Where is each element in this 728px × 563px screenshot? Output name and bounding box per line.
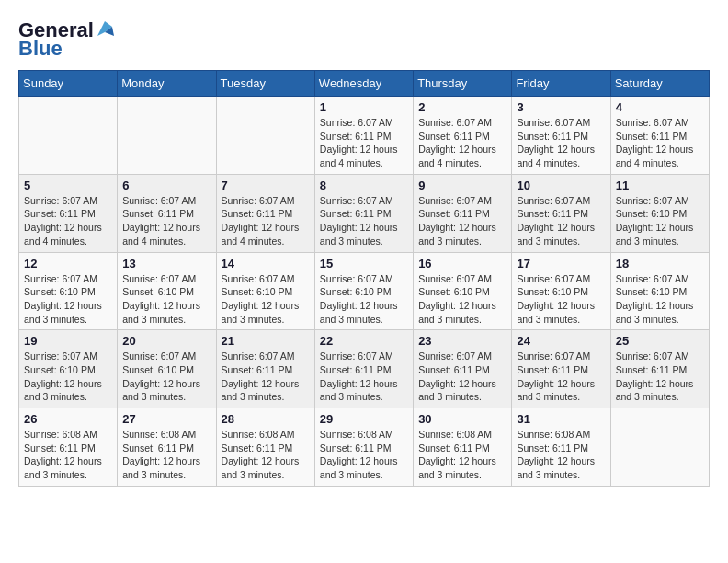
- day-number: 25: [616, 334, 704, 348]
- day-info: Sunrise: 6:07 AMSunset: 6:11 PMDaylight:…: [320, 194, 408, 248]
- calendar-header-monday: Monday: [118, 71, 216, 97]
- calendar-day-cell: 1Sunrise: 6:07 AMSunset: 6:11 PMDaylight…: [314, 97, 413, 175]
- day-info: Sunrise: 6:07 AMSunset: 6:11 PMDaylight:…: [616, 350, 704, 404]
- day-info: Sunrise: 6:07 AMSunset: 6:10 PMDaylight:…: [122, 350, 210, 404]
- day-number: 16: [418, 257, 506, 270]
- day-info: Sunrise: 6:07 AMSunset: 6:11 PMDaylight:…: [517, 194, 605, 248]
- day-info: Sunrise: 6:07 AMSunset: 6:10 PMDaylight:…: [616, 194, 704, 248]
- calendar-day-cell: 9Sunrise: 6:07 AMSunset: 6:11 PMDaylight…: [414, 174, 512, 252]
- calendar-day-cell: 16Sunrise: 6:07 AMSunset: 6:10 PMDayligh…: [414, 252, 512, 330]
- day-number: 31: [517, 412, 605, 426]
- calendar-header-sunday: Sunday: [19, 71, 118, 97]
- day-number: 9: [418, 178, 506, 192]
- calendar-day-cell: 31Sunrise: 6:08 AMSunset: 6:11 PMDayligh…: [512, 408, 610, 487]
- logo: General Blue: [18, 18, 114, 61]
- calendar-day-cell: 24Sunrise: 6:07 AMSunset: 6:11 PMDayligh…: [512, 330, 610, 408]
- day-number: 6: [122, 178, 210, 192]
- calendar-day-cell: 30Sunrise: 6:08 AMSunset: 6:11 PMDayligh…: [414, 408, 512, 487]
- calendar-week-row: 12Sunrise: 6:07 AMSunset: 6:10 PMDayligh…: [19, 252, 710, 330]
- day-number: 15: [320, 257, 408, 270]
- calendar-day-cell: 25Sunrise: 6:07 AMSunset: 6:11 PMDayligh…: [610, 330, 709, 408]
- day-info: Sunrise: 6:08 AMSunset: 6:11 PMDaylight:…: [222, 428, 310, 482]
- day-info: Sunrise: 6:07 AMSunset: 6:10 PMDaylight:…: [517, 272, 605, 327]
- calendar-day-cell: 23Sunrise: 6:07 AMSunset: 6:11 PMDayligh…: [414, 330, 512, 408]
- calendar-header-friday: Friday: [512, 71, 610, 97]
- day-info: Sunrise: 6:07 AMSunset: 6:11 PMDaylight:…: [517, 350, 605, 404]
- calendar-header-row: SundayMondayTuesdayWednesdayThursdayFrid…: [19, 71, 710, 97]
- calendar-day-cell: 20Sunrise: 6:07 AMSunset: 6:10 PMDayligh…: [118, 330, 216, 408]
- day-number: 21: [222, 334, 310, 348]
- day-number: 24: [517, 334, 605, 348]
- day-number: 8: [320, 178, 408, 192]
- day-number: 12: [24, 257, 112, 270]
- day-number: 23: [418, 334, 506, 348]
- calendar-day-cell: 18Sunrise: 6:07 AMSunset: 6:10 PMDayligh…: [610, 252, 709, 330]
- day-info: Sunrise: 6:07 AMSunset: 6:11 PMDaylight:…: [122, 194, 210, 248]
- day-number: 13: [122, 257, 210, 270]
- calendar-day-cell: 11Sunrise: 6:07 AMSunset: 6:10 PMDayligh…: [610, 174, 709, 252]
- day-info: Sunrise: 6:07 AMSunset: 6:10 PMDaylight:…: [418, 272, 506, 327]
- day-info: Sunrise: 6:07 AMSunset: 6:11 PMDaylight:…: [418, 350, 506, 404]
- calendar-day-cell: 6Sunrise: 6:07 AMSunset: 6:11 PMDaylight…: [118, 174, 216, 252]
- day-info: Sunrise: 6:07 AMSunset: 6:11 PMDaylight:…: [222, 350, 310, 404]
- day-number: 4: [616, 100, 704, 114]
- day-number: 5: [24, 178, 112, 192]
- day-info: Sunrise: 6:08 AMSunset: 6:11 PMDaylight:…: [122, 428, 210, 482]
- day-number: 18: [616, 257, 704, 270]
- calendar-week-row: 1Sunrise: 6:07 AMSunset: 6:11 PMDaylight…: [19, 97, 710, 175]
- calendar-day-cell: 4Sunrise: 6:07 AMSunset: 6:11 PMDaylight…: [610, 97, 709, 175]
- day-info: Sunrise: 6:07 AMSunset: 6:11 PMDaylight:…: [320, 350, 408, 404]
- day-info: Sunrise: 6:07 AMSunset: 6:11 PMDaylight:…: [418, 194, 506, 248]
- day-number: 19: [24, 334, 112, 348]
- calendar-day-cell: 26Sunrise: 6:08 AMSunset: 6:11 PMDayligh…: [19, 408, 118, 487]
- calendar-day-cell: 8Sunrise: 6:07 AMSunset: 6:11 PMDaylight…: [314, 174, 413, 252]
- calendar-day-cell: 3Sunrise: 6:07 AMSunset: 6:11 PMDaylight…: [512, 97, 610, 175]
- day-info: Sunrise: 6:07 AMSunset: 6:10 PMDaylight:…: [616, 272, 704, 327]
- day-info: Sunrise: 6:07 AMSunset: 6:10 PMDaylight:…: [24, 350, 112, 404]
- calendar-day-cell: [19, 97, 118, 175]
- day-number: 17: [517, 257, 605, 270]
- calendar-day-cell: 29Sunrise: 6:08 AMSunset: 6:11 PMDayligh…: [314, 408, 413, 487]
- day-info: Sunrise: 6:07 AMSunset: 6:11 PMDaylight:…: [320, 116, 408, 170]
- day-info: Sunrise: 6:08 AMSunset: 6:11 PMDaylight:…: [320, 428, 408, 482]
- calendar-day-cell: 7Sunrise: 6:07 AMSunset: 6:11 PMDaylight…: [216, 174, 314, 252]
- day-number: 2: [418, 100, 506, 114]
- calendar-header-thursday: Thursday: [414, 71, 512, 97]
- day-number: 11: [616, 178, 704, 192]
- day-number: 29: [320, 412, 408, 426]
- logo-wing-icon: [96, 19, 114, 38]
- day-info: Sunrise: 6:07 AMSunset: 6:10 PMDaylight:…: [24, 272, 112, 327]
- day-info: Sunrise: 6:07 AMSunset: 6:10 PMDaylight:…: [122, 272, 210, 327]
- calendar-day-cell: [610, 408, 709, 487]
- day-info: Sunrise: 6:07 AMSunset: 6:11 PMDaylight:…: [517, 116, 605, 170]
- calendar-day-cell: 22Sunrise: 6:07 AMSunset: 6:11 PMDayligh…: [314, 330, 413, 408]
- day-number: 7: [222, 178, 310, 192]
- calendar-day-cell: 27Sunrise: 6:08 AMSunset: 6:11 PMDayligh…: [118, 408, 216, 487]
- calendar-week-row: 19Sunrise: 6:07 AMSunset: 6:10 PMDayligh…: [19, 330, 710, 408]
- calendar-body: 1Sunrise: 6:07 AMSunset: 6:11 PMDaylight…: [19, 97, 710, 487]
- day-info: Sunrise: 6:07 AMSunset: 6:11 PMDaylight:…: [222, 194, 310, 248]
- calendar-day-cell: 21Sunrise: 6:07 AMSunset: 6:11 PMDayligh…: [216, 330, 314, 408]
- day-number: 14: [222, 257, 310, 270]
- day-number: 28: [222, 412, 310, 426]
- day-number: 1: [320, 100, 408, 114]
- day-number: 26: [24, 412, 112, 426]
- calendar-day-cell: 19Sunrise: 6:07 AMSunset: 6:10 PMDayligh…: [19, 330, 118, 408]
- calendar-day-cell: [216, 97, 314, 175]
- calendar-day-cell: 2Sunrise: 6:07 AMSunset: 6:11 PMDaylight…: [414, 97, 512, 175]
- calendar-day-cell: [118, 97, 216, 175]
- day-number: 20: [122, 334, 210, 348]
- calendar-header-wednesday: Wednesday: [314, 71, 413, 97]
- day-info: Sunrise: 6:07 AMSunset: 6:11 PMDaylight:…: [24, 194, 112, 248]
- calendar-day-cell: 14Sunrise: 6:07 AMSunset: 6:10 PMDayligh…: [216, 252, 314, 330]
- day-info: Sunrise: 6:07 AMSunset: 6:10 PMDaylight:…: [222, 272, 310, 327]
- calendar-week-row: 26Sunrise: 6:08 AMSunset: 6:11 PMDayligh…: [19, 408, 710, 487]
- day-number: 27: [122, 412, 210, 426]
- logo-blue-text: Blue: [18, 37, 63, 61]
- day-number: 3: [517, 100, 605, 114]
- day-number: 10: [517, 178, 605, 192]
- page-header: General Blue: [18, 18, 710, 61]
- calendar-day-cell: 12Sunrise: 6:07 AMSunset: 6:10 PMDayligh…: [19, 252, 118, 330]
- day-number: 30: [418, 412, 506, 426]
- calendar-day-cell: 5Sunrise: 6:07 AMSunset: 6:11 PMDaylight…: [19, 174, 118, 252]
